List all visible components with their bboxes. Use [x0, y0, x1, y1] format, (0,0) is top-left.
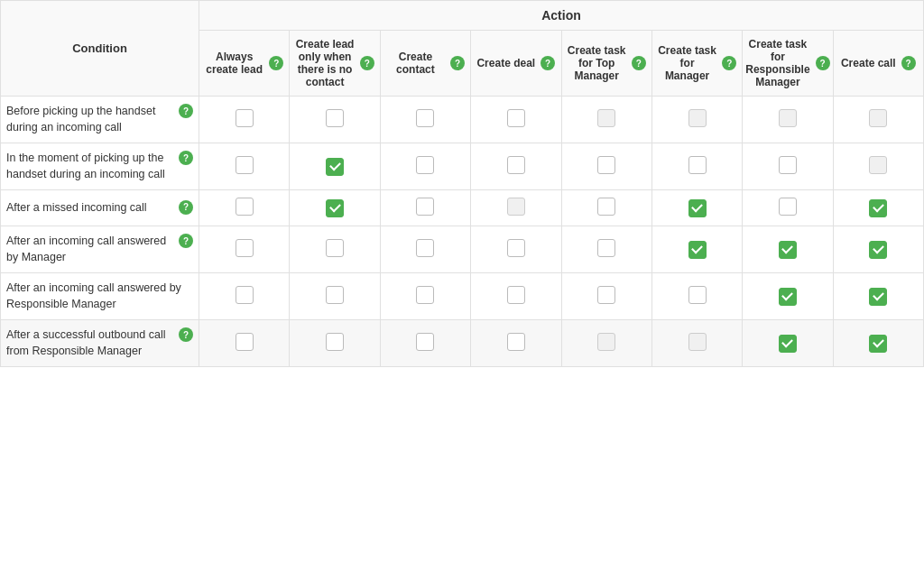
cell-answered_by_manager-always_create_lead[interactable]	[199, 226, 290, 273]
checkbox-answered_responsible_manager-create_lead_only[interactable]	[326, 286, 344, 304]
help-icon-row-answered_by_manager[interactable]: ?	[179, 234, 193, 248]
cell-outbound_responsible_manager-create_task_manager[interactable]	[651, 320, 742, 367]
cell-outbound_responsible_manager-create_task_responsible_manager[interactable]	[743, 320, 833, 367]
help-icon-row-moment_pickup[interactable]: ?	[179, 151, 193, 165]
cell-missed_incoming-always_create_lead[interactable]	[199, 190, 290, 226]
help-icon-col-create_call[interactable]: ?	[901, 56, 916, 70]
cell-outbound_responsible_manager-create_lead_only[interactable]	[290, 320, 380, 367]
help-icon-row-missed_incoming[interactable]: ?	[179, 200, 193, 215]
cell-answered_by_manager-create_task_manager[interactable]	[651, 226, 742, 273]
checkbox-before_pickup-create_contact[interactable]	[416, 109, 434, 127]
checkbox-answered_responsible_manager-create_task_manager[interactable]	[688, 286, 707, 304]
cell-answered_by_manager-create_task_top_manager[interactable]	[561, 226, 651, 273]
help-icon-row-outbound_responsible_manager[interactable]: ?	[179, 327, 193, 342]
cell-moment_pickup-create_task_top_manager[interactable]	[561, 143, 651, 190]
cell-answered_responsible_manager-create_contact[interactable]	[380, 273, 470, 320]
cell-before_pickup-always_create_lead[interactable]	[199, 97, 290, 143]
checkbox-missed_incoming-always_create_lead[interactable]	[236, 198, 254, 216]
cell-moment_pickup-create_call[interactable]	[833, 143, 923, 190]
cell-before_pickup-create_task_manager[interactable]	[651, 97, 742, 143]
checkbox-moment_pickup-create_deal[interactable]	[507, 156, 525, 174]
checkbox-missed_incoming-create_task_manager[interactable]	[688, 199, 707, 217]
checkbox-answered_responsible_manager-create_task_top_manager[interactable]	[597, 286, 615, 304]
help-icon-col-create_task_manager[interactable]: ?	[722, 56, 736, 70]
checkbox-outbound_responsible_manager-create_call[interactable]	[869, 335, 887, 353]
cell-answered_responsible_manager-create_task_top_manager[interactable]	[561, 273, 651, 320]
checkbox-answered_by_manager-create_contact[interactable]	[416, 239, 434, 257]
cell-outbound_responsible_manager-always_create_lead[interactable]	[199, 320, 290, 367]
checkbox-moment_pickup-always_create_lead[interactable]	[236, 156, 254, 174]
cell-missed_incoming-create_task_top_manager[interactable]	[561, 190, 651, 226]
checkbox-answered_by_manager-create_task_responsible_manager[interactable]	[779, 241, 797, 259]
cell-before_pickup-create_call[interactable]	[833, 97, 923, 143]
cell-answered_responsible_manager-create_deal[interactable]	[471, 273, 561, 320]
checkbox-moment_pickup-create_task_top_manager[interactable]	[597, 156, 615, 174]
checkbox-missed_incoming-create_contact[interactable]	[416, 198, 434, 216]
checkbox-moment_pickup-create_task_manager[interactable]	[688, 156, 707, 174]
checkbox-missed_incoming-create_task_responsible_manager[interactable]	[779, 198, 797, 216]
cell-answered_responsible_manager-create_task_manager[interactable]	[651, 273, 742, 320]
cell-moment_pickup-create_lead_only[interactable]	[290, 143, 380, 190]
cell-answered_responsible_manager-create_call[interactable]	[833, 273, 923, 320]
cell-before_pickup-create_task_top_manager[interactable]	[561, 97, 651, 143]
cell-before_pickup-create_deal[interactable]	[471, 97, 561, 143]
checkbox-answered_by_manager-create_task_top_manager[interactable]	[597, 239, 615, 257]
cell-moment_pickup-create_task_manager[interactable]	[651, 143, 742, 190]
checkbox-moment_pickup-create_lead_only[interactable]	[326, 158, 344, 176]
cell-missed_incoming-create_lead_only[interactable]	[290, 190, 380, 226]
help-icon-row-before_pickup[interactable]: ?	[179, 104, 193, 118]
checkbox-outbound_responsible_manager-always_create_lead[interactable]	[236, 333, 254, 351]
checkbox-moment_pickup-create_contact[interactable]	[416, 156, 434, 174]
checkbox-outbound_responsible_manager-create_deal[interactable]	[507, 333, 525, 351]
cell-answered_by_manager-create_lead_only[interactable]	[290, 226, 380, 273]
checkbox-answered_by_manager-always_create_lead[interactable]	[236, 239, 254, 257]
checkbox-answered_by_manager-create_call[interactable]	[869, 241, 887, 259]
checkbox-before_pickup-always_create_lead[interactable]	[236, 109, 254, 127]
checkbox-outbound_responsible_manager-create_contact[interactable]	[416, 333, 434, 351]
help-icon-col-create_task_top_manager[interactable]: ?	[632, 56, 646, 70]
cell-outbound_responsible_manager-create_contact[interactable]	[380, 320, 470, 367]
cell-answered_by_manager-create_call[interactable]	[833, 226, 923, 273]
checkbox-before_pickup-create_deal[interactable]	[507, 109, 525, 127]
checkbox-answered_by_manager-create_lead_only[interactable]	[326, 239, 344, 257]
checkbox-answered_responsible_manager-create_call[interactable]	[869, 288, 887, 306]
cell-before_pickup-create_task_responsible_manager[interactable]	[743, 97, 833, 143]
cell-answered_responsible_manager-always_create_lead[interactable]	[199, 273, 290, 320]
checkbox-answered_responsible_manager-always_create_lead[interactable]	[236, 286, 254, 304]
cell-moment_pickup-create_contact[interactable]	[380, 143, 470, 190]
checkbox-missed_incoming-create_call[interactable]	[869, 199, 887, 217]
checkbox-answered_by_manager-create_deal[interactable]	[507, 239, 525, 257]
checkbox-answered_responsible_manager-create_task_responsible_manager[interactable]	[779, 288, 797, 306]
checkbox-missed_incoming-create_task_top_manager[interactable]	[597, 198, 615, 216]
help-icon-col-create_contact[interactable]: ?	[450, 56, 465, 70]
cell-outbound_responsible_manager-create_call[interactable]	[833, 320, 923, 367]
cell-outbound_responsible_manager-create_deal[interactable]	[471, 320, 561, 367]
checkbox-moment_pickup-create_task_responsible_manager[interactable]	[779, 156, 797, 174]
cell-missed_incoming-create_task_responsible_manager[interactable]	[743, 190, 833, 226]
cell-before_pickup-create_lead_only[interactable]	[290, 97, 380, 143]
cell-moment_pickup-create_deal[interactable]	[471, 143, 561, 190]
cell-missed_incoming-create_call[interactable]	[833, 190, 923, 226]
checkbox-answered_by_manager-create_task_manager[interactable]	[688, 241, 707, 259]
help-icon-col-create_deal[interactable]: ?	[541, 56, 555, 70]
cell-before_pickup-create_contact[interactable]	[380, 97, 470, 143]
cell-answered_responsible_manager-create_task_responsible_manager[interactable]	[743, 273, 833, 320]
checkbox-outbound_responsible_manager-create_lead_only[interactable]	[326, 333, 344, 351]
checkbox-outbound_responsible_manager-create_task_responsible_manager[interactable]	[779, 335, 797, 353]
help-icon-col-create_lead_only[interactable]: ?	[360, 56, 374, 70]
checkbox-answered_responsible_manager-create_contact[interactable]	[416, 286, 434, 304]
checkbox-answered_responsible_manager-create_deal[interactable]	[507, 286, 525, 304]
help-icon-col-always_create_lead[interactable]: ?	[269, 56, 283, 70]
cell-moment_pickup-create_task_responsible_manager[interactable]	[743, 143, 833, 190]
help-icon-col-create_task_responsible_manager[interactable]: ?	[816, 56, 830, 70]
cell-outbound_responsible_manager-create_task_top_manager[interactable]	[561, 320, 651, 367]
cell-answered_by_manager-create_task_responsible_manager[interactable]	[743, 226, 833, 273]
cell-answered_by_manager-create_contact[interactable]	[380, 226, 470, 273]
cell-missed_incoming-create_contact[interactable]	[380, 190, 470, 226]
checkbox-before_pickup-create_lead_only[interactable]	[326, 109, 344, 127]
cell-answered_responsible_manager-create_lead_only[interactable]	[290, 273, 380, 320]
cell-answered_by_manager-create_deal[interactable]	[471, 226, 561, 273]
checkbox-missed_incoming-create_lead_only[interactable]	[326, 199, 344, 217]
cell-moment_pickup-always_create_lead[interactable]	[199, 143, 290, 190]
cell-missed_incoming-create_task_manager[interactable]	[651, 190, 742, 226]
